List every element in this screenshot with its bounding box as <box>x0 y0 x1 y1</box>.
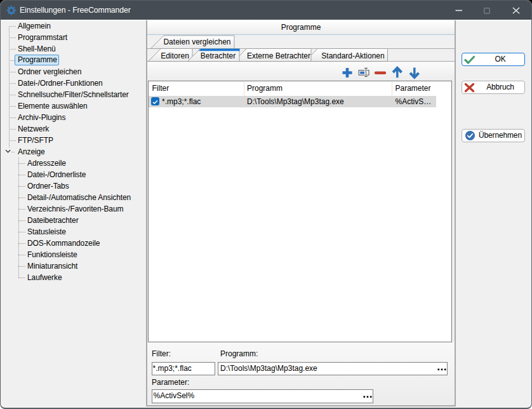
svg-text:Externe Betrachter: Externe Betrachter <box>247 51 310 60</box>
svg-text:Betrachter: Betrachter <box>201 51 236 60</box>
svg-text:Standard-Aktionen: Standard-Aktionen <box>321 51 384 60</box>
svg-text:Dateien vergleichen: Dateien vergleichen <box>163 37 230 46</box>
svg-text:Editoren: Editoren <box>161 51 189 60</box>
